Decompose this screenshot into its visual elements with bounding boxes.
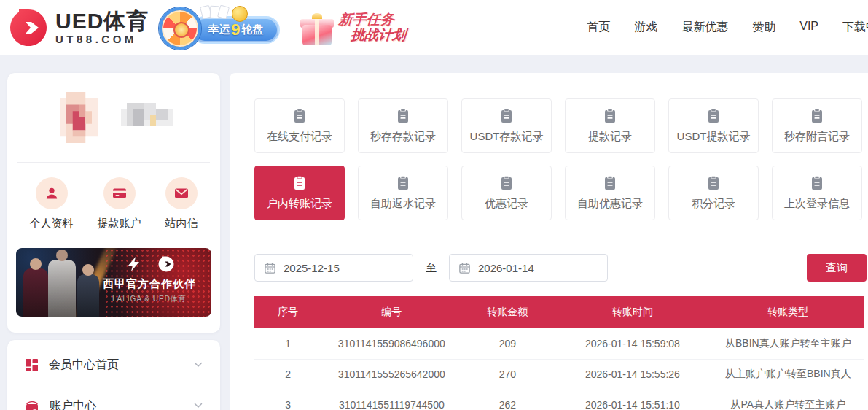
record-tabs: 在线支付记录 秒存存款记录 USDT存款记录 提款记录	[254, 98, 862, 220]
username-blurred	[120, 103, 174, 132]
promo-banner-lucky-roulette[interactable]: 幸运9轮盘	[159, 6, 281, 50]
player-silhouette	[23, 268, 48, 317]
record-tab[interactable]: 在线支付记录	[254, 98, 345, 153]
clipboard-icon	[292, 175, 307, 190]
laliga-partner-banner[interactable]: 西甲官方合作伙伴 LALIGA & UED体育	[16, 248, 211, 317]
newbie-task-line2: 挑战计划	[337, 28, 407, 43]
quick-links: 个人资料 提款账户 站	[7, 163, 220, 235]
quick-link-messages[interactable]: 站内信	[165, 177, 198, 231]
sidebar-item-member-center-home[interactable]: 会员中心首页	[7, 344, 220, 385]
quick-link-label: 提款账户	[98, 217, 141, 231]
date-filter-row: 2025-12-15 至 2026-01-14 查询	[254, 254, 867, 282]
banner-subtitle: LALIGA & UED体育	[95, 294, 204, 304]
profile-card: 个人资料 提款账户 站	[7, 73, 220, 333]
table-cell: 3101141551119744500	[321, 390, 462, 410]
top-nav-item[interactable]: VIP	[799, 20, 818, 35]
table-header-row: 序号编号转账金额转账时间转账类型	[254, 296, 864, 328]
table-row: 231011415552656420002702026-01-14 15:55:…	[254, 359, 864, 390]
top-nav-item[interactable]: 首页	[587, 20, 610, 35]
wallet-icon	[25, 399, 39, 410]
laliga-logo-icon	[124, 255, 143, 273]
promo-banner-newbie-task[interactable]: 新手任务 挑战计划	[300, 6, 407, 50]
roulette-number: 9	[231, 20, 240, 39]
ued-arrow-logo-icon	[157, 255, 175, 273]
top-nav-item[interactable]: 游戏	[634, 20, 657, 35]
table-header-cell: 序号	[254, 296, 321, 328]
record-tab-label: 提款记录	[588, 130, 632, 144]
chevron-down-icon	[194, 362, 203, 368]
top-nav-item[interactable]: 下载中	[842, 20, 868, 35]
record-tab[interactable]: 优惠记录	[461, 166, 552, 220]
table-cell: 3101141555265642000	[321, 359, 462, 390]
table-cell: 262	[462, 390, 554, 410]
start-date-input[interactable]: 2025-12-15	[254, 254, 413, 282]
logo-title: UED体育	[55, 9, 149, 33]
table-row: 331011415511197445002622026-01-14 15:51:…	[254, 390, 864, 410]
table-cell: 1	[254, 328, 321, 359]
clipboard-icon	[396, 175, 410, 190]
table-cell: 从主账户账户转至BBIN真人	[712, 359, 864, 390]
roulette-text-suffix: 轮盘	[241, 23, 263, 36]
record-tab[interactable]: 自助返水记录	[358, 166, 448, 220]
mail-icon	[173, 185, 190, 202]
table-cell: 2	[254, 359, 321, 390]
avatar-blurred	[60, 92, 98, 143]
clipboard-icon	[706, 175, 721, 190]
end-date-input[interactable]: 2026-01-14	[449, 254, 608, 282]
record-tab[interactable]: 户内转账记录	[254, 166, 345, 220]
table-cell: 3101141559086496000	[321, 328, 462, 359]
top-nav-item[interactable]: 最新优惠	[681, 20, 728, 35]
roulette-wheel-icon	[159, 7, 201, 50]
roulette-text-prefix: 幸运	[208, 23, 230, 36]
clipboard-icon	[292, 108, 307, 123]
calendar-icon	[264, 262, 276, 274]
gift-box-icon	[300, 13, 334, 45]
chevron-down-icon	[194, 403, 203, 409]
sidebar-menu: 会员中心首页 账户中心	[7, 340, 220, 410]
top-nav: 首页游戏最新优惠赞助VIP下载中	[587, 20, 868, 35]
record-tab[interactable]: 上次登录信息	[772, 166, 862, 220]
start-date-value: 2025-12-15	[284, 262, 340, 274]
record-tab-label: USDT提款记录	[677, 130, 751, 144]
record-tab[interactable]: 积分记录	[668, 166, 759, 220]
table-cell: 2026-01-14 15:55:26	[553, 359, 712, 390]
record-tab-label: USDT存款记录	[470, 130, 544, 144]
record-tab[interactable]: 提款记录	[565, 98, 655, 153]
top-bar: UED体育 UT88.COM 幸运9轮盘 新手任务 挑战计划 首页游戏最新优惠赞…	[0, 0, 868, 55]
record-tab-label: 在线支付记录	[267, 130, 332, 144]
table-header-cell: 转账类型	[712, 296, 864, 328]
sidebar-item-label: 会员中心首页	[49, 357, 119, 373]
calendar-icon	[458, 262, 471, 274]
site-logo[interactable]: UED体育 UT88.COM	[9, 8, 149, 47]
table-cell: 2026-01-14 15:51:10	[553, 390, 712, 410]
record-tab-label: 自助返水记录	[370, 197, 436, 211]
table-header-cell: 转账金额	[462, 296, 554, 328]
sidebar: 个人资料 提款账户 站	[7, 73, 220, 410]
date-range-separator: 至	[426, 261, 437, 275]
record-tab[interactable]: 秒存存款记录	[358, 98, 448, 153]
table-cell: 从BBIN真人账户转至主账户	[712, 328, 864, 359]
record-tab[interactable]: USDT存款记录	[461, 98, 552, 153]
sidebar-item-account-center[interactable]: 账户中心	[7, 385, 220, 410]
quick-link-withdraw-account[interactable]: 提款账户	[98, 177, 141, 231]
newbie-task-line1: 新手任务	[338, 12, 407, 28]
record-tab[interactable]: 自助优惠记录	[565, 166, 655, 220]
record-tab[interactable]: 秒存附言记录	[772, 98, 862, 153]
table-body: 131011415590864960002092026-01-14 15:59:…	[254, 328, 864, 410]
table-header-cell: 转账时间	[553, 296, 712, 328]
record-tab-label: 上次登录信息	[784, 197, 850, 211]
clipboard-icon	[810, 108, 824, 123]
clipboard-icon	[499, 175, 514, 190]
record-tab[interactable]: USDT提款记录	[668, 98, 759, 153]
clipboard-icon	[603, 108, 617, 123]
top-nav-item[interactable]: 赞助	[752, 20, 775, 35]
search-button[interactable]: 查询	[807, 254, 867, 282]
transfer-records-table: 序号编号转账金额转账时间转账类型 13101141559086496000209…	[254, 296, 864, 410]
record-tab-label: 优惠记录	[485, 197, 528, 211]
user-icon	[44, 185, 60, 201]
table-cell: 270	[462, 359, 554, 390]
quick-link-profile[interactable]: 个人资料	[30, 177, 74, 231]
table-header-cell: 编号	[321, 296, 462, 328]
banner-title: 西甲官方合作伙伴	[95, 277, 204, 291]
player-silhouette	[48, 260, 76, 317]
